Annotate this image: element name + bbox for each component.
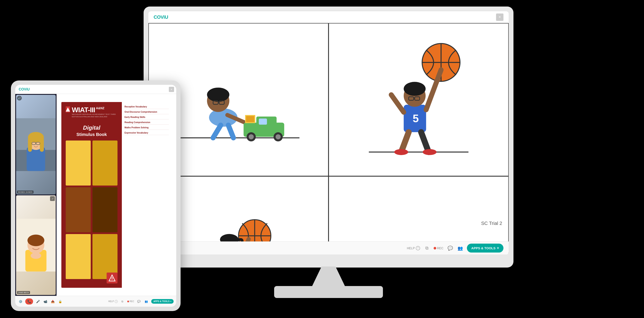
apps-tools-button-tablet[interactable]: APPS & TOOLS + [151, 299, 174, 304]
wiat-logo-icon [66, 106, 70, 112]
mic-icon-tablet[interactable]: 🎤 [35, 299, 40, 304]
quad-grid: 5 [148, 23, 509, 242]
svg-rect-77 [28, 137, 32, 152]
apps-tools-button-monitor[interactable]: APPS & TOOLS + [467, 244, 504, 252]
svg-line-8 [213, 125, 220, 138]
wanda-avatar [16, 95, 56, 194]
svg-point-86 [31, 252, 41, 259]
wiat-menu-oral: Oral Discourse Comprehension [124, 111, 169, 114]
trial-label: SC Trial 2 [481, 220, 502, 226]
expand-icon-jane[interactable]: ⤢ [50, 196, 55, 201]
svg-point-14 [249, 134, 254, 139]
svg-point-34 [394, 149, 408, 155]
settings-icon-tablet[interactable]: ⚙️ [18, 299, 23, 304]
chat-icon-monitor[interactable]: 💬 [447, 245, 454, 252]
video-feed-wanda [16, 95, 56, 194]
wiat-menu-early-reading: Early Reading Skills [124, 116, 169, 120]
tablet-shell: COViU × [11, 80, 180, 311]
wiat-menu-maths: Maths Problem Solving [124, 126, 169, 130]
wiat-stimulus-book-title: Stimulus Book [66, 132, 118, 137]
help-button-tablet[interactable]: HELP ? [108, 300, 118, 303]
wiat-logo-bottom [106, 272, 118, 284]
jane-label: JANE BECK [17, 291, 30, 294]
svg-text:5: 5 [413, 112, 419, 124]
tablet-main-content: WIAT-III A&NZ WECHSLER INDIVIDUAL ACHIEV… [56, 94, 176, 296]
monitor-bottombar: 🔒 HELP ? ⧉ REC 💬 👥 APPS & TOOLS + [148, 242, 509, 254]
svg-rect-12 [259, 118, 267, 125]
layers-icon[interactable]: ⧉ [424, 245, 430, 252]
plus-icon: + [497, 246, 499, 250]
layers-icon-tablet[interactable]: ⧉ [120, 299, 125, 304]
monitor-stand-base [274, 286, 383, 298]
quadrant-2[interactable]: 5 [328, 23, 509, 176]
wiat-cover: WIAT-III A&NZ WECHSLER INDIVIDUAL ACHIEV… [61, 102, 172, 288]
swatch-dark-yellow-2 [92, 234, 118, 279]
mute-icon-wanda[interactable]: 🔊 [17, 96, 22, 100]
rec-button-tablet[interactable]: REC [127, 300, 134, 302]
wiat-logo-bottom-svg [108, 274, 116, 282]
wiat-digital-title: Digital [66, 124, 118, 131]
help-circle-tablet: ? [115, 300, 118, 303]
wiat-swatches [66, 140, 118, 284]
wiat-logo-bar: WIAT-III A&NZ WECHSLER INDIVIDUAL ACHIEV… [66, 106, 118, 122]
wiat-menu-reading-comp: Reading Comprehension [124, 121, 169, 125]
svg-rect-18 [246, 116, 254, 122]
jane-avatar [16, 195, 56, 295]
rec-dot [434, 247, 436, 250]
swatch-brown [66, 187, 91, 232]
video-tile-jane: ⤢ JANE BECK [16, 195, 56, 295]
swatch-yellow-2 [66, 234, 91, 279]
wiat-left-panel: WIAT-III A&NZ WECHSLER INDIVIDUAL ACHIEV… [61, 102, 122, 288]
svg-point-28 [404, 82, 426, 96]
wiat-title-block: WIAT-III A&NZ WECHSLER INDIVIDUAL ACHIEV… [72, 106, 118, 121]
wiat-title-sup: A&NZ [96, 106, 104, 110]
svg-line-25 [391, 94, 404, 112]
tablet-screen: COViU × [15, 85, 176, 307]
monitor-screen: COViU × [148, 11, 509, 254]
svg-line-9 [228, 125, 233, 138]
svg-point-3 [207, 88, 229, 102]
tablet-topbar: COViU × [15, 85, 176, 94]
wiat-title-main: WIAT-III [72, 106, 95, 113]
help-button-monitor[interactable]: HELP ? [407, 246, 420, 250]
people-icon-monitor[interactable]: 👥 [457, 245, 464, 252]
end-call-button-tablet[interactable]: 📞 [25, 298, 33, 304]
illustration-truck [162, 35, 314, 164]
help-circle-icon: ? [416, 246, 420, 250]
svg-point-35 [422, 149, 436, 155]
monitor-topbar: COViU × [148, 11, 509, 23]
people-icon-tablet[interactable]: 👥 [144, 299, 149, 304]
tablet-bottombar: ⚙️ 📞 🎤 📹 📤 🔒 HELP ? ⧉ REC 💬 👥 [15, 296, 176, 307]
monitor-content: 5 [148, 23, 509, 242]
coviu-logo-tablet: COViU [19, 88, 30, 91]
swatch-yellow [66, 140, 91, 186]
chat-icon-tablet[interactable]: 💬 [136, 299, 142, 304]
monitor-stand-neck [311, 266, 346, 288]
camera-icon-tablet[interactable]: 📹 [43, 299, 48, 304]
tablet: COViU × [11, 80, 180, 311]
svg-line-32 [401, 132, 408, 152]
rec-button-monitor[interactable]: REC [434, 246, 444, 250]
wiat-subtitle: WECHSLER INDIVIDUAL ACHIEVEMENT TEST: TH… [72, 113, 118, 118]
coviu-logo-monitor: COViU [154, 14, 168, 20]
monitor-shell: COViU × [144, 6, 514, 268]
wiat-menu-expressive: Expressive Vocabulary [124, 132, 169, 135]
wiat-menu-receptive: Receptive Vocabulary [124, 106, 169, 109]
swatch-dark-yellow [92, 140, 118, 186]
svg-point-85 [28, 234, 44, 246]
svg-rect-78 [40, 137, 44, 152]
desktop-monitor: COViU × [144, 6, 514, 300]
lock-icon-tablet[interactable]: 🔒 [58, 299, 63, 304]
wiat-logo-inner [66, 107, 70, 112]
wanda-label: WANDA SANDS [17, 190, 34, 194]
swatch-dark-brown [92, 187, 118, 232]
video-feed-jane [16, 195, 56, 295]
rec-dot-tablet [127, 300, 129, 302]
video-tile-wanda: 🔊 WANDA SANDS [16, 95, 56, 194]
tablet-video-column: 🔊 WANDA SANDS [15, 94, 56, 296]
share-icon-tablet[interactable]: 📤 [50, 299, 55, 304]
svg-line-33 [421, 132, 428, 152]
close-button-tablet[interactable]: × [169, 87, 174, 92]
close-button-monitor[interactable]: × [496, 14, 504, 21]
wiat-book: WIAT-III A&NZ WECHSLER INDIVIDUAL ACHIEV… [56, 94, 176, 296]
